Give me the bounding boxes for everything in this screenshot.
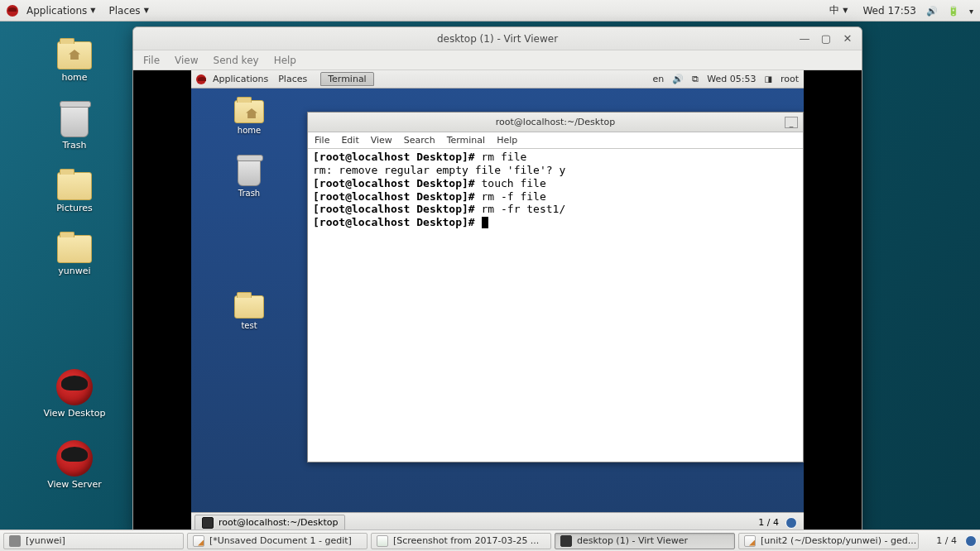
folder-icon	[234, 295, 264, 319]
gedit-icon	[744, 535, 756, 547]
inner-icon-home[interactable]: home	[224, 100, 274, 135]
command: rm file	[482, 151, 527, 163]
terminal-titlebar[interactable]: root@localhost:~/Desktop _	[308, 113, 803, 132]
outer-bottom-panel: [yunwei] [*Unsaved Document 1 - gedit] […	[0, 529, 980, 551]
ime-indicator[interactable]: 中 ▼	[824, 1, 853, 20]
trash-icon	[60, 104, 89, 137]
inner-icon-test[interactable]: test	[224, 295, 274, 330]
applications-menu[interactable]: Applications ▼	[22, 2, 100, 19]
app-icon	[9, 535, 21, 547]
power-menu-icon[interactable]	[969, 5, 973, 17]
menu-sendkey[interactable]: Send key	[214, 55, 259, 66]
folder-home-icon	[234, 100, 264, 123]
minimize-button[interactable]: —	[794, 31, 815, 47]
chevron-down-icon: ▼	[90, 7, 95, 14]
desktop-icon-label: Trash	[238, 189, 260, 198]
inner-task-terminal[interactable]: root@localhost:~/Desktop	[195, 515, 345, 531]
places-label: Places	[108, 5, 140, 17]
inner-applications-menu[interactable]: Applications	[209, 73, 271, 85]
term-menu-terminal[interactable]: Terminal	[447, 135, 486, 146]
spacer	[224, 221, 274, 272]
trash-icon	[238, 158, 261, 186]
desktop-icon-view-server[interactable]: View Server	[41, 440, 108, 490]
places-label: Places	[278, 74, 307, 84]
task-screenshot[interactable]: [Screenshot from 2017-03-25 ...	[371, 533, 551, 549]
virt-screen: Applications Places Terminal en Wed 05:5…	[133, 70, 862, 532]
desktop-icon-yunwei[interactable]: yunwei	[41, 235, 108, 276]
inner-desktop-icons: home Trash test	[224, 100, 274, 330]
desktop-icon-label: yunwei	[58, 266, 90, 276]
desktop-icon-label: View Server	[47, 479, 102, 490]
prompt: [root@localhost Desktop]#	[313, 216, 482, 228]
window-title: desktop (1) - Virt Viewer	[437, 33, 558, 45]
applications-label: Applications	[213, 74, 268, 84]
battery-icon[interactable]	[948, 5, 959, 17]
menu-file[interactable]: File	[143, 55, 160, 66]
image-icon	[377, 535, 388, 547]
term-menu-view[interactable]: View	[371, 135, 392, 146]
inner-user[interactable]: root	[781, 74, 799, 84]
task-label: [Screenshot from 2017-03-25 ...	[393, 535, 539, 546]
terminal-menubar: File Edit View Search Terminal Help	[308, 132, 803, 149]
cursor-icon	[482, 217, 488, 228]
outer-top-panel: Applications ▼ Places ▼ 中 ▼ Wed 17:53	[0, 0, 980, 22]
clock[interactable]: Wed 17:53	[862, 5, 916, 17]
desktop-icon-label: Pictures	[56, 203, 93, 213]
maximize-button[interactable]: ▢	[815, 31, 837, 47]
terminal-icon	[202, 517, 214, 529]
terminal-body[interactable]: [root@localhost Desktop]# rm file rm: re…	[308, 149, 803, 462]
command: touch file	[482, 177, 546, 189]
inner-places-menu[interactable]: Places	[275, 73, 310, 85]
chevron-down-icon: ▼	[144, 7, 149, 14]
inner-top-panel: Applications Places Terminal en Wed 05:5…	[191, 70, 804, 89]
task-gedit-unit2[interactable]: [unit2 (~/Desktop/yunwei) - ged...	[738, 533, 919, 549]
inner-icon-trash[interactable]: Trash	[224, 158, 274, 198]
desktop-icon-label: Trash	[62, 140, 86, 151]
terminal-minimize-button[interactable]: _	[785, 117, 798, 128]
redhat-logo-icon	[7, 5, 18, 17]
output: rm: remove regular empty file 'file'? y	[313, 164, 565, 176]
workspace-indicator-icon[interactable]	[785, 517, 797, 529]
virt-viewer-window: desktop (1) - Virt Viewer — ▢ ✕ File Vie…	[132, 26, 862, 533]
close-button[interactable]: ✕	[837, 31, 858, 47]
workspace-indicator-icon[interactable]	[965, 535, 977, 547]
inner-lang[interactable]: en	[653, 74, 665, 84]
task-virt-viewer[interactable]: desktop (1) - Virt Viewer	[555, 533, 735, 549]
desktop-icon-home[interactable]: home	[41, 41, 108, 83]
sound-icon[interactable]	[926, 5, 938, 17]
prompt: [root@localhost Desktop]#	[313, 190, 482, 203]
task-yunwei[interactable]: [yunwei]	[3, 533, 184, 549]
guest-desktop: Applications Places Terminal en Wed 05:5…	[191, 70, 804, 532]
menu-view[interactable]: View	[175, 55, 198, 66]
desktop-icon-trash[interactable]: Trash	[41, 104, 108, 151]
term-menu-file[interactable]: File	[315, 135, 329, 146]
term-menu-edit[interactable]: Edit	[341, 135, 358, 146]
desktop-icon-view-desktop[interactable]: View Desktop	[41, 369, 108, 419]
desktop-icon-label: test	[241, 321, 257, 330]
workspace-label: 1 / 4	[936, 535, 957, 546]
task-label: [*Unsaved Document 1 - gedit]	[209, 535, 352, 546]
prompt: [root@localhost Desktop]#	[313, 203, 482, 215]
sound-icon[interactable]	[672, 74, 684, 84]
menu-help[interactable]: Help	[274, 55, 296, 66]
terminal-window: root@localhost:~/Desktop _ File Edit Vie…	[307, 112, 804, 462]
places-menu[interactable]: Places ▼	[103, 2, 153, 19]
desktop-icon-label: home	[61, 72, 87, 83]
redhat-icon	[56, 369, 93, 405]
spacer	[41, 298, 108, 347]
inner-taskbar-terminal[interactable]: Terminal	[320, 72, 374, 86]
task-label: root@localhost:~/Desktop	[219, 517, 338, 528]
command: rm -fr test1/	[482, 203, 566, 215]
desktop-icon-pictures[interactable]: Pictures	[41, 172, 108, 213]
virt-titlebar[interactable]: desktop (1) - Virt Viewer — ▢ ✕	[133, 27, 862, 50]
applications-label: Applications	[26, 5, 87, 17]
network-icon[interactable]	[692, 74, 699, 84]
user-icon	[764, 74, 771, 84]
chevron-down-icon: ▼	[843, 7, 848, 14]
folder-icon	[57, 172, 92, 200]
redhat-logo-icon	[196, 74, 206, 84]
task-gedit-unsaved[interactable]: [*Unsaved Document 1 - gedit]	[187, 533, 368, 549]
inner-clock[interactable]: Wed 05:53	[707, 74, 756, 84]
term-menu-help[interactable]: Help	[497, 135, 517, 146]
term-menu-search[interactable]: Search	[404, 135, 435, 146]
